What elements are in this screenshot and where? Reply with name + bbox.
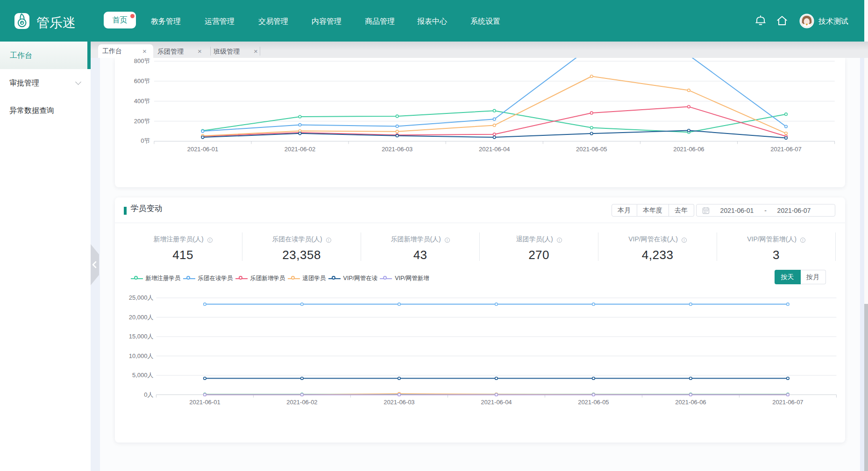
svg-text:200节: 200节 <box>134 118 150 125</box>
svg-text:2021-06-02: 2021-06-02 <box>284 146 315 153</box>
svg-text:10,000人: 10,000人 <box>128 352 153 359</box>
svg-text:2021-06-07: 2021-06-07 <box>770 146 801 153</box>
svg-text:0人: 0人 <box>144 391 153 398</box>
svg-text:2021-06-05: 2021-06-05 <box>578 399 609 406</box>
svg-text:2021-06-07: 2021-06-07 <box>772 399 803 406</box>
svg-text:600节: 600节 <box>134 77 150 84</box>
svg-text:400节: 400节 <box>134 98 150 105</box>
svg-text:5,000人: 5,000人 <box>132 372 153 379</box>
svg-text:25,000人: 25,000人 <box>128 294 153 301</box>
svg-text:2021-06-01: 2021-06-01 <box>187 146 218 153</box>
svg-text:2021-06-03: 2021-06-03 <box>384 399 414 406</box>
svg-text:2021-06-04: 2021-06-04 <box>481 399 512 406</box>
svg-text:15,000人: 15,000人 <box>128 333 153 340</box>
svg-text:2021-06-03: 2021-06-03 <box>381 146 412 153</box>
svg-text:0节: 0节 <box>141 137 150 144</box>
svg-text:2021-06-02: 2021-06-02 <box>286 399 317 406</box>
svg-text:2021-06-06: 2021-06-06 <box>675 399 706 406</box>
svg-text:2021-06-05: 2021-06-05 <box>576 146 607 153</box>
svg-text:20,000人: 20,000人 <box>128 313 153 320</box>
svg-text:2021-06-04: 2021-06-04 <box>479 146 510 153</box>
svg-text:2021-06-01: 2021-06-01 <box>189 399 220 406</box>
svg-text:800节: 800节 <box>134 58 150 64</box>
svg-text:2021-06-06: 2021-06-06 <box>673 146 704 153</box>
